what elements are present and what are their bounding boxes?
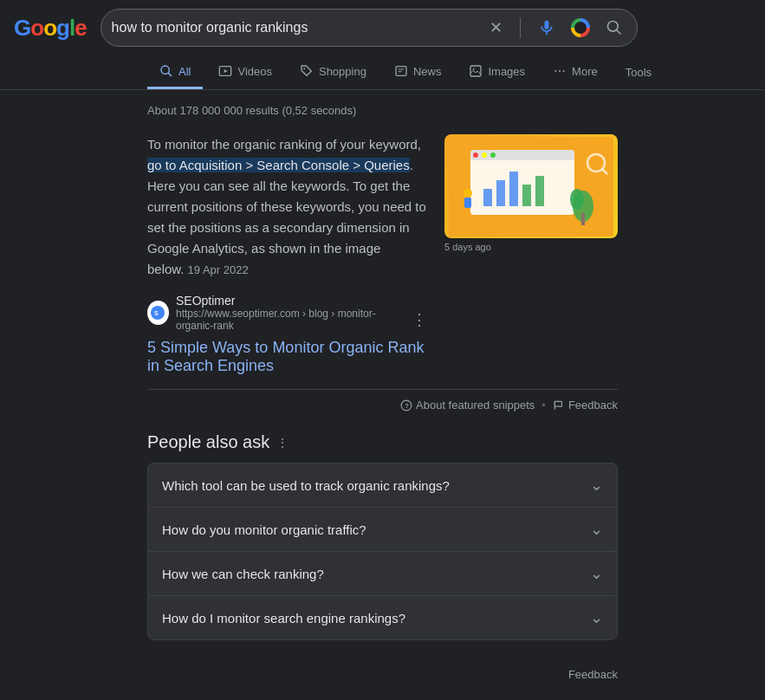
svg-line-5 [168, 73, 172, 76]
search-icon-tab [159, 64, 173, 78]
tag-icon [300, 64, 314, 78]
paa-item-1[interactable]: Which tool can be used to track organic … [147, 463, 618, 507]
snippet-date: 19 Apr 2022 [188, 263, 249, 276]
header: Google ✕ [0, 0, 765, 55]
main-content: About 178 000 000 results (0,52 seconds)… [0, 90, 765, 654]
svg-rect-39 [554, 401, 561, 406]
svg-rect-23 [482, 152, 487, 158]
source-name: SEOptimer [176, 294, 427, 308]
source-info: S SEOptimer https://www.seoptimer.com › … [147, 294, 427, 332]
paa-question-3: How we can check ranking? [162, 567, 324, 581]
svg-rect-24 [490, 152, 496, 158]
search-input[interactable] [112, 20, 486, 36]
search-button[interactable] [602, 16, 626, 40]
result-title-link[interactable]: 5 Simple Ways to Monitor Organic Rank in… [147, 339, 424, 374]
source-url-text: https://www.seoptimer.com › blog › monit… [176, 308, 403, 332]
svg-rect-0 [544, 21, 548, 29]
tab-news[interactable]: News [382, 55, 454, 89]
lens-icon [571, 18, 590, 37]
tab-images[interactable]: Images [457, 55, 537, 89]
paa-question-2: How do you monitor organic traffic? [162, 522, 366, 537]
svg-rect-29 [535, 176, 544, 206]
voice-search-button[interactable] [535, 16, 559, 40]
snippet-image-date: 5 days ago [444, 242, 618, 252]
tools-button[interactable]: Tools [613, 57, 664, 88]
snippet-illustration [449, 137, 613, 237]
paa-menu-icon[interactable]: ⋮ [276, 436, 288, 450]
clear-icon: ✕ [489, 18, 502, 37]
newspaper-icon [394, 64, 408, 78]
tab-videos[interactable]: Videos [206, 55, 284, 89]
flag-icon [553, 399, 565, 412]
svg-point-16 [563, 70, 565, 72]
snippet-feedback-link[interactable]: Feedback [553, 399, 618, 412]
svg-point-14 [554, 70, 556, 72]
paa-item-3[interactable]: How we can check ranking? ⌄ [147, 551, 618, 595]
paa-item-2[interactable]: How do you monitor organic traffic? ⌄ [147, 507, 618, 551]
dot-separator: • [541, 399, 546, 412]
search-icons: ✕ [486, 15, 626, 41]
svg-point-4 [161, 66, 169, 74]
snippet-feedback-label: Feedback [568, 399, 618, 412]
tab-images-label: Images [488, 65, 525, 78]
results-count: About 178 000 000 results (0,52 seconds) [147, 104, 618, 117]
svg-point-15 [559, 70, 561, 72]
svg-rect-34 [464, 198, 471, 208]
play-icon [218, 64, 232, 78]
about-snippets-link[interactable]: ? About featured snippets [400, 399, 535, 412]
svg-text:S: S [154, 310, 159, 316]
paa-header: People also ask ⋮ [147, 432, 618, 452]
tab-more-label: More [572, 65, 598, 78]
search-bar[interactable]: ✕ [100, 9, 638, 47]
snippet-body: To monitor the organic ranking of your k… [147, 134, 427, 375]
snippet-text-after: . Here you can see all the keywords. To … [147, 158, 426, 276]
svg-text:?: ? [405, 401, 409, 409]
featured-snippet: To monitor the organic ranking of your k… [147, 134, 618, 375]
source-url-row: https://www.seoptimer.com › blog › monit… [176, 308, 427, 332]
search-icon [606, 19, 623, 36]
svg-rect-26 [496, 180, 505, 206]
svg-rect-22 [473, 152, 478, 158]
paa-title: People also ask [147, 432, 269, 452]
chevron-down-icon-2: ⌄ [590, 520, 603, 539]
tab-more[interactable]: More [541, 55, 610, 89]
svg-point-8 [303, 68, 305, 69]
tab-all-label: All [178, 65, 191, 78]
seo-icon: S [151, 306, 165, 320]
chevron-down-icon-4: ⌄ [590, 608, 603, 627]
tab-shopping-label: Shopping [319, 65, 366, 78]
svg-rect-25 [483, 189, 492, 206]
chevron-down-icon-1: ⌄ [590, 476, 603, 495]
tab-news-label: News [413, 65, 442, 78]
snippet-image-container: 5 days ago [444, 134, 618, 375]
source-details: SEOptimer https://www.seoptimer.com › bl… [176, 294, 427, 332]
paa-question-4: How do I monitor search engine rankings? [162, 611, 405, 625]
tab-all[interactable]: All [147, 55, 203, 89]
snippet-text-highlight: go to Acquisition > Search Console > Que… [147, 158, 410, 172]
source-more-icon[interactable]: ⋮ [412, 310, 427, 329]
lens-button[interactable] [567, 15, 593, 41]
divider [520, 17, 521, 38]
paa-question-1: Which tool can be used to track organic … [162, 478, 450, 493]
svg-point-31 [570, 189, 584, 210]
tab-shopping[interactable]: Shopping [288, 55, 379, 89]
about-snippets-label: About featured snippets [416, 399, 535, 412]
snippet-text: To monitor the organic ranking of your k… [147, 134, 427, 280]
dots-icon [553, 64, 567, 78]
svg-rect-28 [522, 185, 531, 206]
google-logo: Google [14, 15, 87, 42]
paa-item-4[interactable]: How do I monitor search engine rankings?… [147, 595, 618, 640]
snippet-text-before: To monitor the organic ranking of your k… [147, 137, 421, 152]
svg-point-33 [464, 189, 472, 198]
snippet-image [444, 134, 618, 238]
svg-rect-27 [509, 172, 518, 206]
svg-point-2 [607, 22, 618, 32]
clear-button[interactable]: ✕ [486, 15, 506, 41]
svg-rect-9 [396, 67, 406, 76]
nav-tabs: All Videos Shopping News Images [0, 55, 765, 90]
footer-feedback[interactable]: Feedback [0, 654, 765, 695]
mic-icon [538, 19, 555, 36]
source-favicon: S [147, 301, 169, 325]
svg-rect-32 [581, 213, 585, 225]
svg-rect-12 [470, 66, 481, 76]
